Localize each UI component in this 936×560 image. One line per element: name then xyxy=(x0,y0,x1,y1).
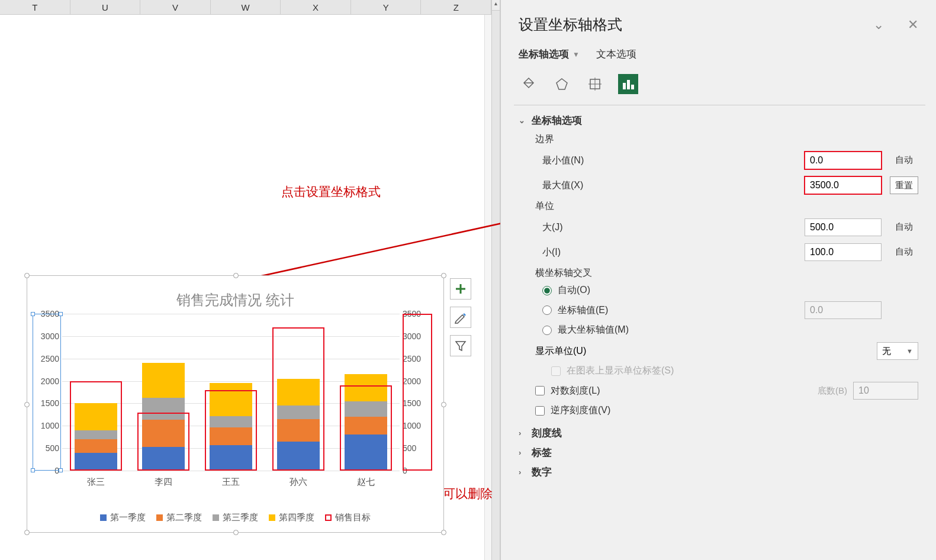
size-properties-icon[interactable] xyxy=(585,74,605,94)
cross-max-radio[interactable]: 最大坐标轴值(M) xyxy=(542,324,918,336)
chart-plot-area[interactable]: 0050050010001000150015002000200025002500… xyxy=(62,314,400,471)
cross-auto-radio[interactable]: 自动(O) xyxy=(542,284,918,297)
target-bar[interactable] xyxy=(137,413,189,471)
minor-unit-input[interactable] xyxy=(805,243,882,261)
axis-options-icon[interactable] xyxy=(618,74,638,94)
resize-handle[interactable] xyxy=(233,530,239,535)
section-labels[interactable]: ›标签 xyxy=(519,446,918,459)
svg-marker-1 xyxy=(557,79,567,89)
fill-line-icon[interactable] xyxy=(519,74,539,94)
chart-filter-button[interactable] xyxy=(450,335,471,356)
format-axis-panel: 设置坐标轴格式 ⌄ ✕ 坐标轴选项▼ 文本选项 ⌄坐标轴选项 边界 最小值(N)… xyxy=(500,0,936,560)
target-bar[interactable] xyxy=(272,327,324,471)
col-header-T[interactable]: T xyxy=(0,0,70,14)
cross-value-radio[interactable]: 坐标轴值(E) xyxy=(542,301,918,319)
chart-add-element-button[interactable] xyxy=(450,278,471,300)
panel-title: 设置坐标轴格式 xyxy=(519,15,622,34)
max-reset-button[interactable]: 重置 xyxy=(890,176,918,194)
tab-text-options[interactable]: 文本选项 xyxy=(596,47,636,61)
log-base-input xyxy=(853,382,918,400)
col-header-W[interactable]: W xyxy=(211,0,281,14)
close-panel-icon[interactable]: ✕ xyxy=(908,17,918,33)
resize-handle[interactable] xyxy=(441,402,446,407)
effects-icon[interactable] xyxy=(552,74,572,94)
primary-axis-selected[interactable] xyxy=(33,314,61,471)
x-tick-label: 赵七 xyxy=(336,477,395,488)
max-input[interactable] xyxy=(805,176,882,194)
x-tick-label: 张三 xyxy=(66,477,126,488)
min-label: 最小值(N) xyxy=(542,155,805,167)
chart-styles-button[interactable] xyxy=(450,307,471,328)
legend-label: 销售目标 xyxy=(335,512,371,523)
section-ticks[interactable]: ›刻度线 xyxy=(519,426,918,440)
legend-item[interactable]: 销售目标 xyxy=(325,512,371,523)
col-header-Z[interactable]: Z xyxy=(421,0,491,14)
resize-handle[interactable] xyxy=(24,402,30,407)
chart-title[interactable]: 销售完成情况 统计 xyxy=(27,291,443,310)
sheet-right-edge xyxy=(484,15,491,560)
svg-rect-3 xyxy=(623,83,626,89)
min-input[interactable] xyxy=(805,152,882,169)
col-header-Y[interactable]: Y xyxy=(351,0,422,14)
x-tick-label: 王五 xyxy=(201,477,260,488)
max-label: 最大值(X) xyxy=(542,179,805,192)
legend-label: 第四季度 xyxy=(279,512,314,523)
resize-handle[interactable] xyxy=(441,530,446,535)
secondary-axis-highlight xyxy=(403,314,432,471)
chart-floating-buttons xyxy=(450,278,474,363)
svg-rect-4 xyxy=(627,80,630,89)
legend-item[interactable]: 第三季度 xyxy=(213,512,258,523)
legend-item[interactable]: 第一季度 xyxy=(100,512,146,523)
resize-handle[interactable] xyxy=(441,273,446,278)
cross-value-input xyxy=(805,301,882,319)
scroll-up-button[interactable]: ▴ xyxy=(492,0,500,11)
minor-auto-button[interactable]: 自动 xyxy=(890,243,918,261)
col-header-X[interactable]: X xyxy=(281,0,351,14)
show-unit-label-checkbox: 在图表上显示单位标签(S) xyxy=(551,365,918,377)
display-unit-select[interactable]: 无▼ xyxy=(877,342,918,360)
bounds-label: 边界 xyxy=(535,133,918,146)
reverse-order-checkbox[interactable]: 逆序刻度值(V) xyxy=(535,404,918,417)
major-unit-input[interactable] xyxy=(805,218,882,236)
target-bar[interactable] xyxy=(70,381,122,471)
legend-label: 第三季度 xyxy=(223,512,258,523)
col-header-V[interactable]: V xyxy=(140,0,211,14)
col-header-U[interactable]: U xyxy=(70,0,141,14)
x-tick-label: 李四 xyxy=(134,477,193,488)
cross-label: 横坐标轴交叉 xyxy=(535,267,918,279)
collapse-panel-icon[interactable]: ⌄ xyxy=(873,17,884,33)
x-tick-label: 孙六 xyxy=(269,477,328,488)
svg-rect-5 xyxy=(631,85,634,89)
section-axis-options[interactable]: ⌄坐标轴选项 xyxy=(519,114,918,127)
min-auto-button[interactable]: 自动 xyxy=(890,152,918,169)
display-unit-label: 显示单位(U) xyxy=(535,345,586,358)
major-auto-button[interactable]: 自动 xyxy=(890,218,918,236)
tab-axis-options[interactable]: 坐标轴选项▼ xyxy=(519,47,580,61)
column-headers: T U V W X Y Z xyxy=(0,0,491,15)
units-label: 单位 xyxy=(535,200,918,213)
legend-item[interactable]: 第四季度 xyxy=(269,512,314,523)
resize-handle[interactable] xyxy=(24,530,30,535)
target-bar[interactable] xyxy=(205,390,257,471)
major-unit-label: 大(J) xyxy=(542,221,805,234)
minor-unit-label: 小(I) xyxy=(542,246,805,259)
log-base-label: 底数(B) xyxy=(818,385,847,397)
chart-legend[interactable]: 第一季度 第二季度 第三季度 第四季度 销售目标 xyxy=(27,512,443,523)
legend-label: 第二季度 xyxy=(166,512,202,523)
resize-handle[interactable] xyxy=(233,273,239,278)
legend-label: 第一季度 xyxy=(110,512,146,523)
annotation-click-axis: 点击设置坐标格式 xyxy=(281,184,381,200)
legend-item[interactable]: 第二季度 xyxy=(156,512,202,523)
target-bar[interactable] xyxy=(340,385,392,471)
log-scale-checkbox[interactable]: 对数刻度(L) 底数(B) xyxy=(535,382,918,400)
resize-handle[interactable] xyxy=(24,273,30,278)
vertical-scrollbar[interactable]: ▴ xyxy=(491,0,500,560)
section-number[interactable]: ›数字 xyxy=(519,465,918,479)
